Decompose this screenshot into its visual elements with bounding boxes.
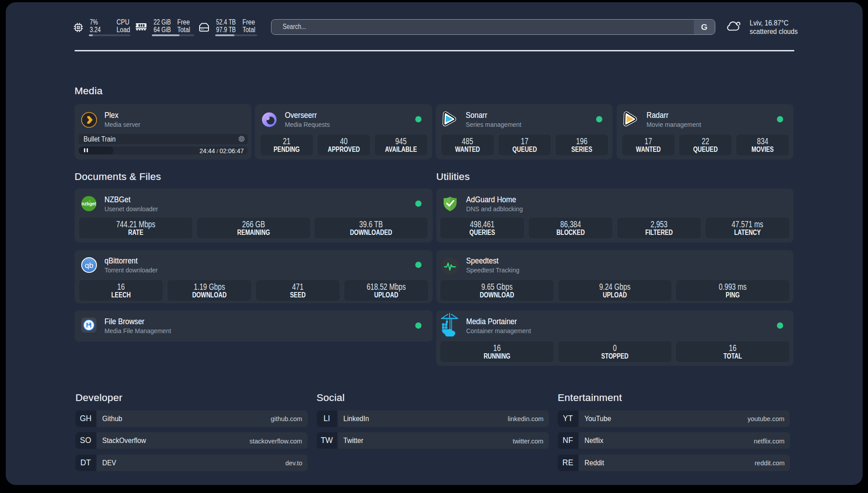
svg-text:qb: qb — [85, 261, 93, 269]
svg-text:nzbget: nzbget — [82, 201, 96, 206]
